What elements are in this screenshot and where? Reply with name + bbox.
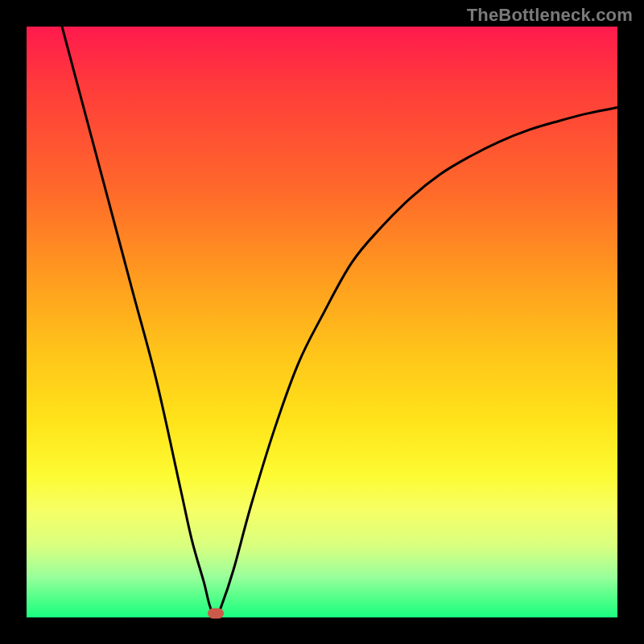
chart-frame: TheBottleneck.com <box>0 0 644 644</box>
curve-path <box>62 27 617 617</box>
min-marker <box>208 608 224 618</box>
bottleneck-curve <box>27 27 617 617</box>
watermark-text: TheBottleneck.com <box>467 5 633 26</box>
plot-area <box>27 27 617 617</box>
